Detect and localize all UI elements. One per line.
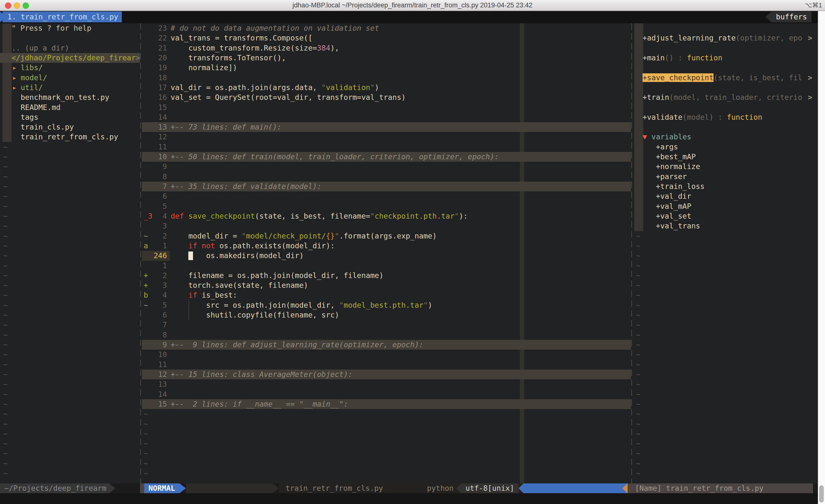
tree-item[interactable]: " Press ? for help — [0, 23, 140, 33]
code-line[interactable]: 13 — [142, 380, 631, 389]
tree-item[interactable]: README.md — [0, 102, 140, 112]
code-line[interactable]: 23# do not do data augmentation on valid… — [142, 23, 631, 33]
code-line[interactable]: 16val_set = QuerySet(root=val_dir, trans… — [142, 92, 631, 102]
tag-item[interactable] — [633, 102, 818, 112]
code-line[interactable]: 1a if not os.path.exists(model_dir): — [142, 241, 631, 251]
tag-item[interactable]: +train(model, train_loader, criterio> — [633, 92, 818, 102]
code-line[interactable]: 4_3def save_checkpoint(state, is_best, f… — [142, 211, 631, 221]
folded-code-line[interactable]: 9+-- 9 lines: def adjust_learning_rate(o… — [142, 340, 631, 350]
tag-item[interactable]: +normalize — [633, 162, 818, 172]
empty-line: ~ — [0, 152, 140, 162]
tab-current-buffer[interactable]: 1. train_retr_from_cls.py — [2, 11, 122, 22]
close-window-icon[interactable] — [5, 2, 11, 9]
code-line[interactable]: 8 — [142, 172, 631, 182]
code-line[interactable]: 22val_trans = transforms.Compose([ — [142, 33, 631, 43]
tree-root-path[interactable]: </jdhao/Projects/deep_firear> — [0, 53, 140, 63]
code-line[interactable]: 14 — [142, 390, 631, 399]
tag-item[interactable] — [633, 23, 818, 33]
code-line[interactable]: 2~ model_dir = "model/check_point/{}".fo… — [142, 231, 631, 241]
code-line[interactable]: 21 custom_transform.Resize(size=384), — [142, 43, 631, 53]
code-line[interactable]: 7 — [142, 320, 631, 330]
code-line[interactable]: 14 — [142, 112, 631, 122]
code-line[interactable]: 246 os.makedirs(model_dir) — [142, 251, 631, 261]
code-line[interactable]: 5 — [142, 201, 631, 211]
tag-variable-label: +val_dir — [633, 192, 691, 200]
code-line[interactable]: 17val_dir = os.path.join(args.data, "val… — [142, 83, 631, 92]
tree-item[interactable]: benchmark_on_test.py — [0, 92, 140, 102]
code-line[interactable]: 6 — [142, 191, 631, 201]
empty-line: ~ — [142, 448, 631, 458]
code-line[interactable]: 10 — [142, 350, 631, 359]
code-line[interactable]: 19 normalize]) — [142, 63, 631, 73]
empty-line: ~ — [0, 360, 140, 369]
tree-item[interactable]: train_retr_from_cls.py — [0, 132, 140, 142]
code-line[interactable]: 6 shutil.copyfile(filename, src) — [142, 310, 631, 320]
code-line[interactable]: 8 — [142, 330, 631, 340]
code-line[interactable]: 11 — [142, 360, 631, 369]
command-line[interactable] — [0, 493, 825, 504]
tilde-marker: ~ — [636, 331, 641, 339]
code-line[interactable]: 9 — [142, 162, 631, 172]
tag-item[interactable]: +train_loss — [633, 182, 818, 191]
tag-item[interactable]: +best_mAP — [633, 152, 818, 162]
scrollbar-thumb[interactable] — [819, 485, 824, 503]
code-line[interactable]: 20 transforms.ToTensor(), — [142, 53, 631, 63]
empty-line: ~ — [0, 399, 140, 409]
tag-item[interactable]: +val_set — [633, 211, 818, 221]
minimize-window-icon[interactable] — [14, 2, 20, 9]
tag-item[interactable]: +save_checkpoint(state, is_best, fil> — [633, 73, 818, 83]
tilde-marker: ~ — [3, 162, 8, 171]
window-separator-left[interactable] — [140, 23, 141, 483]
code-line[interactable]: 15 — [142, 102, 631, 112]
tag-item[interactable] — [633, 83, 818, 92]
code-line[interactable]: 12 — [142, 132, 631, 142]
code-editor[interactable]: 23# do not do data augmentation on valid… — [142, 23, 631, 483]
code-line[interactable]: 3 — [142, 221, 631, 231]
tag-item[interactable]: +main() : function — [633, 53, 818, 63]
tree-item[interactable]: train_cls.py — [0, 122, 140, 132]
code-line[interactable]: 2+ filename = os.path.join(model_dir, fi… — [142, 271, 631, 280]
empty-line: ~ — [0, 340, 140, 350]
scrollbar-track[interactable] — [818, 11, 825, 504]
tag-item[interactable] — [633, 63, 818, 73]
tilde-marker: ~ — [144, 449, 148, 457]
folded-code-line[interactable]: 13+-- 73 lines: def main(): — [142, 122, 631, 132]
tag-item[interactable]: +validate(model) : function — [633, 112, 818, 122]
code-line[interactable]: 3+ torch.save(state, filename) — [142, 280, 631, 290]
empty-line: ~ — [0, 182, 140, 191]
code-line[interactable]: 11 — [142, 142, 631, 152]
tag-item[interactable]: +val_trans — [633, 221, 818, 231]
folded-code-line[interactable]: 12+-- 15 lines: class AverageMeter(objec… — [142, 369, 631, 380]
zoom-window-icon[interactable] — [22, 2, 29, 9]
window-separator-right[interactable] — [631, 23, 632, 483]
code-line[interactable]: 5~ src = os.path.join(model_dir, "model_… — [142, 300, 631, 310]
tree-item[interactable]: .. (up a dir) — [0, 43, 140, 53]
tag-item[interactable]: +parser — [633, 172, 818, 182]
nerdtree-panel[interactable]: " Press ? for help.. (up a dir)</jdhao/P… — [0, 23, 140, 483]
tag-kind-header[interactable]: ▼ variables — [633, 132, 818, 142]
tag-item[interactable]: +val_dir — [633, 191, 818, 201]
folder-collapsed-icon: ▸ — [12, 73, 17, 83]
tree-item[interactable]: ▸libs/ — [0, 63, 140, 73]
folded-code-line[interactable]: 7+-- 35 lines: def validate(model): — [142, 182, 631, 191]
tag-item[interactable]: +args — [633, 142, 818, 152]
code-token: transforms.ToTensor(), — [171, 54, 286, 62]
folded-code-line[interactable]: 15+-- 2 lines: if __name__ == "__main__"… — [142, 399, 631, 409]
tag-item[interactable]: +adjust_learning_rate(optimizer, epo> — [633, 33, 818, 43]
tagbar-panel[interactable]: +adjust_learning_rate(optimizer, epo>+ma… — [633, 23, 818, 483]
tree-item[interactable]: ▸model/ — [0, 73, 140, 83]
folded-code-line[interactable]: 10+-- 50 lines: def train(model, train_l… — [142, 152, 631, 162]
tag-signature: (optimizer, epo — [736, 33, 802, 42]
tree-item[interactable] — [0, 33, 140, 43]
tag-item[interactable]: +val_mAP — [633, 201, 818, 211]
tilde-marker: ~ — [636, 301, 641, 310]
code-line[interactable]: 4b if is_best: — [142, 290, 631, 300]
tree-item[interactable]: tags — [0, 112, 140, 122]
tag-item[interactable] — [633, 122, 818, 132]
tag-item[interactable] — [633, 43, 818, 53]
tree-item[interactable]: ▸util/ — [0, 83, 140, 92]
code-token: validation — [326, 83, 370, 92]
code-line[interactable]: 1 — [142, 261, 631, 271]
tilde-marker: ~ — [3, 301, 8, 310]
code-line[interactable]: 18 — [142, 73, 631, 83]
